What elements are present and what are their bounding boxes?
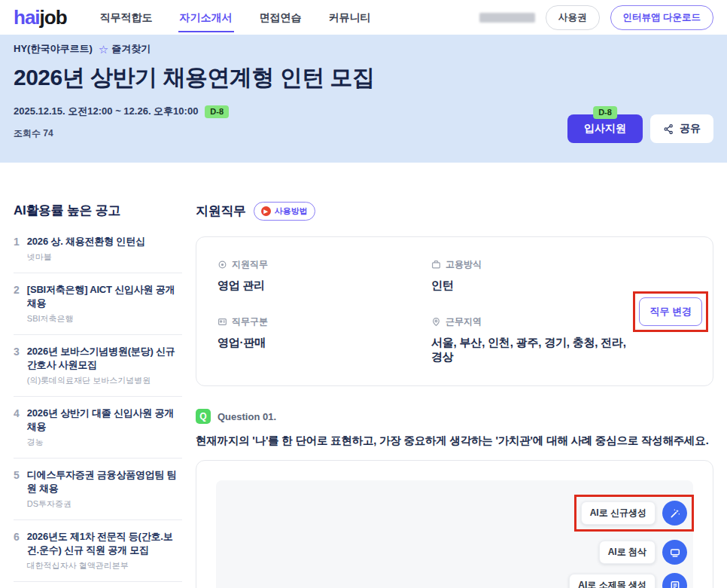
document-lines-icon [669,580,681,588]
field-label: 고용방식 [446,258,482,271]
share-button[interactable]: 공유 [650,114,713,143]
list-item[interactable]: 1 2026 상. 채용전환형 인턴십 넷마블 [14,225,182,273]
favorite-label: 즐겨찾기 [111,42,151,56]
question-icon: Q [196,409,211,424]
question-block: Q Question 01. 현재까지의 '나'를 한 단어로 표현하고, 가장… [196,409,713,448]
logo-job: job [40,6,67,29]
field-label: 근무지역 [446,315,482,328]
posting-company: SBI저축은행 [27,313,182,324]
briefcase-icon [431,260,441,270]
answer-textarea[interactable]: AI로 신규생성 AI로 첨삭 AI로 소제목 생성 [216,480,693,588]
annotation-red-box-ai-generate: AI로 신규생성 [574,495,694,532]
posting-link: 2026년 상반기 대졸 신입사원 공개채용 [27,407,182,434]
application-period: 2025.12.15. 오전12:00 ~ 12.26. 오후10:00 [14,105,198,118]
usage-guide-label: 사용방법 [275,206,308,217]
usage-guide-button[interactable]: ▶ 사용방법 [254,202,315,221]
list-item[interactable]: 6 2026년도 제1차 전문직 등(간호.보건.운수) 신규 직원 공개 모집… [14,520,182,582]
location-pin-icon [431,317,441,327]
content: AI활용률 높은 공고 1 2026 상. 채용전환형 인턴십 넷마블 2 [S… [0,202,727,588]
ai-subtitle-row: AI로 소제목 생성 [569,573,687,588]
posting-link: 2026년도 제1차 전문직 등(간호.보건.운수) 신규 직원 공개 모집 [27,530,182,557]
edit-card-icon [669,547,681,559]
rank: 1 [14,235,20,263]
ai-edit-row: AI로 첨삭 [599,540,687,565]
question-text: 현재까지의 '나'를 한 단어로 표현하고, 가장 중요하게 생각하는 '가치관… [196,434,713,448]
play-icon: ▶ [261,206,271,216]
field-value: 인턴 [431,279,628,293]
company-row: HY(한국야쿠르트) ☆ 즐겨찾기 [14,42,713,56]
posting-link: 2026년 보바스기념병원(분당) 신규 간호사 사원모집 [27,345,182,372]
field-employment-type: 고용방식 인턴 [431,258,628,293]
field-job-category: 직무구분 영업·판매 [217,315,431,364]
posting-link: [SBI저축은행] AICT 신입사원 공개채용 [27,283,182,310]
magic-wand-icon [669,507,681,519]
interview-app-download-button[interactable]: 인터뷰앱 다운로드 [610,5,713,30]
list-item[interactable]: 5 디에스투자증권 금융상품영업팀 팀원 채용 DS투자증권 [14,459,182,520]
posting-link: 2026 상. 채용전환형 인턴십 [27,235,145,248]
ai-generate-button[interactable] [662,501,687,526]
favorite-toggle[interactable]: ☆ 즐겨찾기 [99,42,151,56]
star-icon: ☆ [99,44,108,55]
posting-company: 대한적십자사 혈액관리본부 [27,560,182,571]
ai-edit-button[interactable] [662,540,687,565]
main-panel: 지원직무 ▶ 사용방법 지원직무 영업 관리 고용방식 [196,202,713,588]
list-item[interactable]: 3 2026년 보바스기념병원(분당) 신규 간호사 사원모집 (의)롯데의료재… [14,335,182,397]
ai-postings-sidebar: AI활용률 높은 공고 1 2026 상. 채용전환형 인턴십 넷마블 2 [S… [14,202,182,588]
rank: 5 [14,468,20,510]
redacted-username [479,13,535,23]
field-value: 영업·판매 [217,336,431,350]
rank: 6 [14,530,20,571]
change-job-button[interactable]: 직무 변경 [639,297,702,326]
rank: 2 [14,283,20,324]
field-applied-job: 지원직무 영업 관리 [217,258,431,293]
posting-company: DS투자증권 [27,498,182,510]
annotation-red-box-change-job: 직무 변경 [633,291,708,332]
rank: 4 [14,407,20,448]
posting-title: 2026년 상반기 채용연계형 인턴 모집 [14,62,713,93]
field-value: 서울, 부산, 인천, 광주, 경기, 충청, 전라, 경상 [431,336,628,364]
share-icon [663,123,674,135]
apply-dday-badge: D-8 [593,106,617,119]
section-title: 지원직무 [196,203,246,220]
ai-edit-label[interactable]: AI로 첨삭 [599,541,656,564]
list-item[interactable]: 4 2026년 상반기 대졸 신입사원 공개채용 경농 [14,397,182,459]
nav-right: 사용권 인터뷰앱 다운로드 [479,5,713,30]
ai-generate-label[interactable]: AI로 신규생성 [581,501,656,525]
applied-job-card: 지원직무 영업 관리 고용방식 인턴 직무구분 영업·판매 [196,236,713,386]
posting-link: 디에스투자증권 금융상품영업팀 팀원 채용 [27,468,182,495]
posting-company: (의)롯데의료재단 보바스기념병원 [27,375,182,386]
company-name: HY(한국야쿠르트) [14,42,93,56]
section-head: 지원직무 ▶ 사용방법 [196,202,713,221]
posting-company: 넷마블 [27,251,145,263]
field-work-region: 근무지역 서울, 부산, 인천, 광주, 경기, 충청, 전라, 경상 [431,315,628,364]
field-grid: 지원직무 영업 관리 고용방식 인턴 직무구분 영업·판매 [217,258,692,364]
hero-actions: D-8 입사지원 공유 [567,114,713,143]
nav-item-interview-practice[interactable]: 면접연습 [260,0,302,35]
posting-company: 경농 [27,437,182,448]
haijob-logo[interactable]: haijob [14,8,67,27]
question-number: Question 01. [217,411,276,422]
field-label: 직무구분 [232,315,268,328]
dday-badge: D-8 [205,105,229,118]
job-posting-hero: HY(한국야쿠르트) ☆ 즐겨찾기 2026년 상반기 채용연계형 인턴 모집 … [0,35,727,163]
list-item[interactable]: 7 2025년 12월 롯데엠시시 신입사원 채용 일반전형 롯데엠시시 [14,582,182,588]
ai-subtitle-button[interactable] [662,573,687,588]
nav-item-community[interactable]: 커뮤니티 [329,0,371,35]
field-value: 영업 관리 [217,279,431,293]
top-navbar: haijob 직무적합도 자기소개서 면접연습 커뮤니티 사용권 인터뷰앱 다운… [0,0,727,35]
answer-editor-card: AI로 신규생성 AI로 첨삭 AI로 소제목 생성 [196,460,713,588]
ai-actions: AI로 신규생성 AI로 첨삭 AI로 소제목 생성 [569,495,687,588]
field-label: 지원직무 [232,258,268,271]
share-label: 공유 [680,122,701,136]
target-icon [217,260,227,270]
ai-subtitle-label[interactable]: AI로 소제목 생성 [569,574,656,588]
logo-hai: hai [14,6,40,29]
list-item[interactable]: 2 [SBI저축은행] AICT 신입사원 공개채용 SBI저축은행 [14,273,182,335]
nav-item-job-fit[interactable]: 직무적합도 [100,0,153,35]
license-button[interactable]: 사용권 [546,5,600,30]
apply-wrap: D-8 입사지원 [567,114,643,143]
rank: 3 [14,345,20,386]
nav-links: 직무적합도 자기소개서 면접연습 커뮤니티 [100,0,371,35]
idcard-icon [217,317,227,327]
nav-item-cover-letter[interactable]: 자기소개서 [180,0,233,35]
